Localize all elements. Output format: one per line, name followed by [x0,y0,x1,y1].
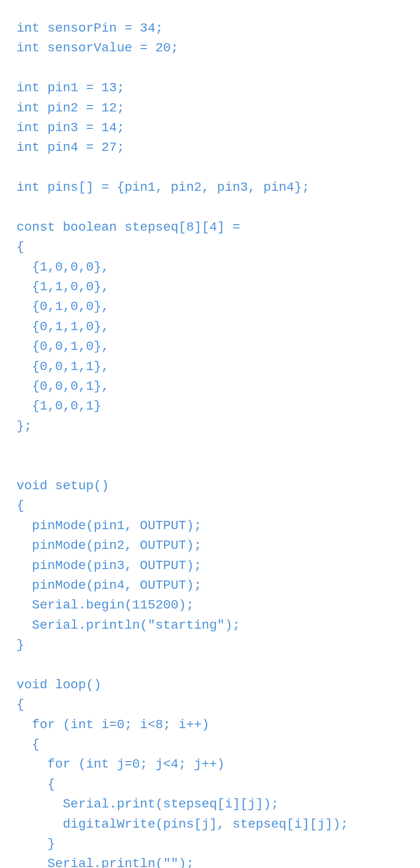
code-content: int sensorPin = 34; int sensorValue = 20… [17,18,420,868]
code-editor: int sensorPin = 34; int sensorValue = 20… [8,9,420,868]
